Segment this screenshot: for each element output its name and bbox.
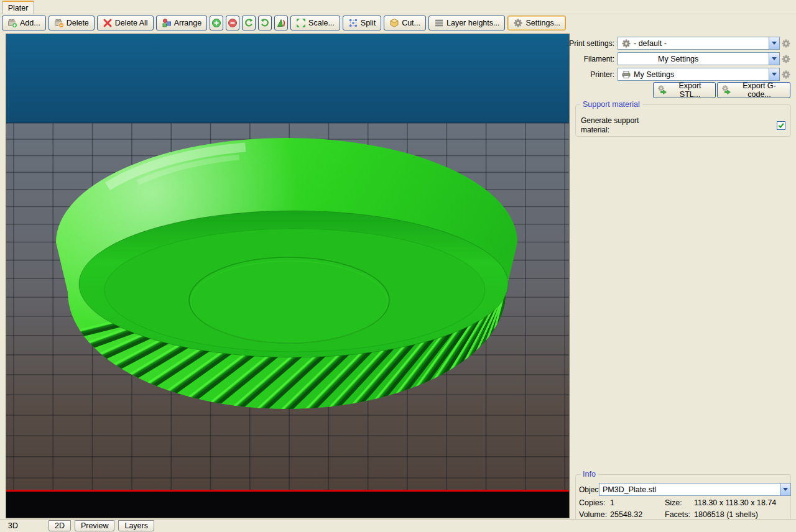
stat-value: 1 — [610, 498, 614, 507]
generate-support-label: Generate support material: — [581, 116, 655, 135]
filament-label: Filament: — [584, 55, 614, 63]
view-tab-3d[interactable]: 3D — [8, 521, 18, 530]
toolbar-button-label: Arrange — [174, 19, 201, 27]
cut-icon — [389, 18, 399, 28]
mirror-icon — [276, 18, 286, 28]
toolbar-button-label: Split — [361, 19, 376, 27]
export-stl-icon — [657, 85, 667, 96]
toolbar-button-arrange[interactable]: Arrange — [156, 16, 207, 30]
gear-icon — [621, 39, 631, 48]
object-combo[interactable]: PM3D_Plate.stl — [599, 483, 791, 496]
filament-gear-button[interactable] — [781, 53, 792, 64]
toolbar-button-settings[interactable]: Settings... — [507, 16, 566, 30]
print-settings-label: Print settings: — [569, 39, 614, 48]
printer-label: Printer: — [590, 70, 614, 79]
decrease-copies-icon — [228, 18, 238, 28]
scale-icon — [296, 18, 306, 28]
export-gcode-icon — [721, 85, 731, 96]
tab-plater[interactable]: Plater — [2, 1, 34, 14]
toolbar-button-rotate-ccw[interactable] — [242, 16, 256, 30]
stat-label: Facets: — [665, 510, 690, 519]
toolbar-button-label: Add... — [20, 19, 40, 27]
export-gcode-button[interactable]: Export G-code... — [717, 82, 790, 98]
stat-value: 1806518 (1 shells) — [694, 510, 758, 519]
toolbar-button-more-copies[interactable] — [210, 16, 223, 30]
filament-combo[interactable]: My Settings — [618, 52, 780, 65]
chevron-down-icon[interactable] — [769, 53, 779, 65]
layer-heights-icon — [434, 18, 444, 28]
toolbar-button-delete-all[interactable]: Delete All — [97, 16, 154, 30]
printer-row: Printer:My Settings — [0, 68, 796, 81]
info-group-title: Info — [580, 470, 598, 479]
generate-support-checkbox[interactable] — [777, 121, 785, 130]
toolbar-button-split[interactable]: Split — [343, 16, 381, 30]
increase-copies-icon — [211, 18, 221, 28]
gear-icon — [513, 18, 523, 28]
toolbar-button-label: Layer heights... — [447, 19, 499, 27]
filament-combo-value: My Settings — [658, 55, 698, 63]
stat-label: Size: — [665, 498, 682, 507]
delete-all-icon — [103, 18, 113, 28]
object-combo-value: PM3D_Plate.stl — [603, 485, 656, 494]
support-material-group: Support material Generate support materi… — [575, 104, 791, 137]
toolbar-button-label: Delete — [67, 19, 89, 27]
toolbar-button-delete[interactable]: Delete — [49, 16, 95, 30]
print-settings-row: Print settings:- default - — [0, 37, 796, 50]
chevron-down-icon[interactable] — [769, 37, 779, 49]
chevron-down-icon[interactable] — [780, 484, 790, 495]
arrange-icon — [162, 18, 172, 28]
rotate-cw-icon — [260, 18, 270, 28]
view-tab-2d[interactable]: 2D — [49, 520, 71, 531]
plate-center-ring — [189, 257, 389, 343]
view-tab-bar: 3D2DPreviewLayers — [0, 519, 796, 532]
stat-label: Volume: — [579, 510, 607, 519]
chevron-down-icon[interactable] — [769, 68, 779, 80]
view-tab-layers[interactable]: Layers — [118, 520, 154, 531]
toolbar-button-label: Settings... — [525, 19, 560, 27]
print-settings-combo-value: - default - — [634, 39, 667, 48]
toolbar-button-add[interactable]: Add... — [2, 16, 46, 30]
toolbar-button-layer-heights[interactable]: Layer heights... — [428, 16, 505, 30]
viewport-3d[interactable] — [6, 34, 570, 518]
slic3r-window: Plater Add...DeleteDelete AllArrangeScal… — [0, 0, 796, 532]
tab-strip-baseline — [0, 14, 796, 14]
toolbar-button-cut[interactable]: Cut... — [384, 16, 426, 30]
printer-gear-button[interactable] — [781, 69, 792, 80]
toolbar-button-label: Cut... — [402, 19, 420, 27]
toolbar-button-label: Scale... — [308, 19, 335, 27]
toolbar-button-scale[interactable]: Scale... — [290, 16, 340, 30]
stat-label: Copies: — [579, 498, 605, 507]
toolbar-button-fewer-copies[interactable] — [226, 16, 239, 30]
split-icon — [348, 18, 358, 28]
stat-value: 118.30 x 118.30 x 18.74 — [694, 498, 776, 507]
view-tab-preview[interactable]: Preview — [75, 520, 114, 531]
toolbar-button-mirror[interactable] — [274, 16, 288, 30]
printer-combo-value: My Settings — [634, 70, 674, 79]
support-group-title: Support material — [580, 100, 642, 109]
toolbar: Add...DeleteDelete AllArrangeScale...Spl… — [2, 15, 796, 30]
printer-icon — [621, 70, 631, 80]
export-stl-button[interactable]: Export STL... — [653, 82, 716, 98]
add-object-icon — [7, 18, 17, 28]
toolbar-button-label: Delete All — [115, 19, 148, 27]
printer-combo[interactable]: My Settings — [618, 68, 780, 81]
filament-row: Filament:My Settings — [0, 52, 796, 66]
bed-front-band — [6, 492, 569, 518]
bed-front-edge-line — [6, 490, 569, 492]
toolbar-button-rotate-cw[interactable] — [258, 16, 272, 30]
info-stat-row: Copies:1Size:118.30 x 118.30 x 18.74 — [576, 498, 790, 510]
print-settings-combo[interactable]: - default - — [618, 37, 780, 50]
delete-object-icon — [54, 18, 64, 28]
stat-value: 25548.32 — [610, 510, 642, 519]
3d-canvas[interactable] — [6, 34, 569, 518]
rotate-ccw-icon — [244, 18, 254, 28]
print-settings-gear-button[interactable] — [781, 38, 792, 48]
